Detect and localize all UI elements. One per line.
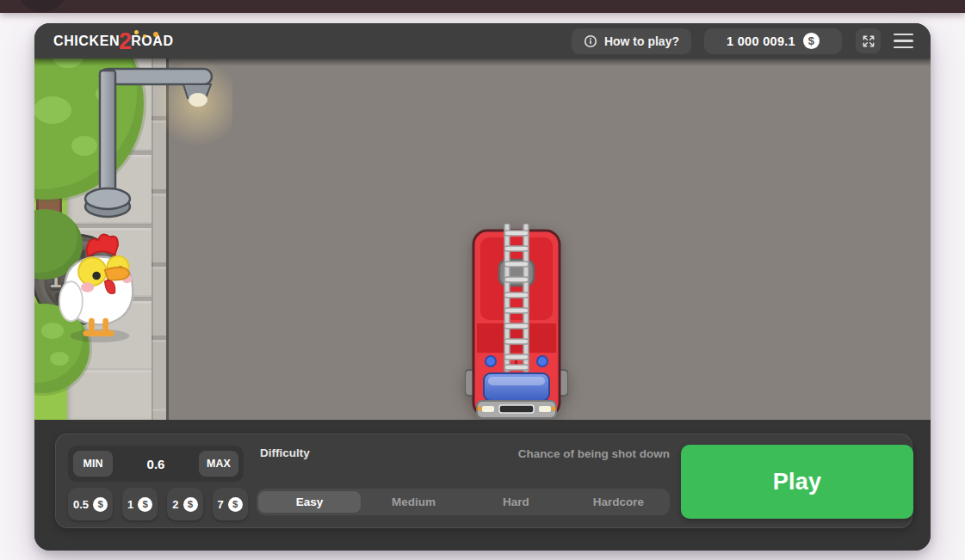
quick-bet-row: 0.5 $ 1 $ 2 $ 7 $ <box>68 488 248 520</box>
chicken-comb <box>87 235 118 257</box>
chicken-eye <box>78 258 107 286</box>
logo-text-road: ROAD <box>131 34 174 49</box>
truck-light <box>486 356 496 366</box>
street-lamp <box>69 58 232 231</box>
browser-chip-decoration <box>17 0 67 12</box>
difficulty-section: Difficulty Chance of being shot down Eas… <box>257 434 670 527</box>
control-panel: MIN 0.6 MAX 0.5 $ 1 $ 2 $ 7 <box>55 434 912 528</box>
quick-bet-button-2[interactable]: 2 $ <box>167 488 202 520</box>
currency-coin-icon: $ <box>93 497 108 512</box>
play-button[interactable]: Play <box>681 445 913 519</box>
logo-text-chicken: CHICKEN <box>53 34 120 49</box>
difficulty-option-medium[interactable]: Medium <box>362 489 465 515</box>
chicken-cheek <box>81 282 94 292</box>
chicken-character <box>53 229 145 344</box>
chicken-road-logo: CHICKEN 2 ROAD <box>53 23 174 58</box>
quick-bet-label: 2 <box>172 498 178 511</box>
game-field: 1.01x 1.03x 1.10x <box>34 58 931 420</box>
bet-amount-box: MIN 0.6 MAX <box>68 446 244 482</box>
balance-value: 1 000 009.1 <box>727 34 795 48</box>
bet-value[interactable]: 0.6 <box>147 457 165 471</box>
currency-coin-icon: $ <box>803 33 820 49</box>
menu-button[interactable] <box>894 34 913 49</box>
info-icon <box>584 34 597 48</box>
how-to-play-button[interactable]: How to play? <box>572 28 691 54</box>
logo-chick-speck-icon <box>143 34 146 38</box>
quick-bet-button-1[interactable]: 1 $ <box>122 488 158 520</box>
logo-chick-speck-icon <box>153 32 158 37</box>
game-window: CHICKEN 2 ROAD How to play? 1 000 009.1 … <box>34 23 931 551</box>
lamp-bulb <box>189 93 207 107</box>
difficulty-label: Difficulty <box>260 446 310 459</box>
fire-truck <box>465 224 568 420</box>
min-bet-button[interactable]: MIN <box>73 451 113 477</box>
quick-bet-label: 1 <box>127 498 133 511</box>
fullscreen-button[interactable] <box>856 28 881 53</box>
chicken-wing <box>59 281 83 321</box>
quick-bet-button-7[interactable]: 7 $ <box>213 488 248 520</box>
how-to-play-label: How to play? <box>604 34 679 48</box>
browser-top-bar <box>0 0 965 13</box>
difficulty-option-hardcore[interactable]: Hardcore <box>567 489 670 515</box>
quick-bet-label: 0.5 <box>73 498 89 511</box>
difficulty-selector: Easy Medium Hard Hardcore <box>257 489 670 515</box>
chicken-beak <box>105 268 130 280</box>
menu-icon <box>894 34 913 36</box>
difficulty-option-easy[interactable]: Easy <box>258 491 361 513</box>
chance-of-shot-down-label: Chance of being shot down <box>518 447 670 460</box>
max-bet-button[interactable]: MAX <box>199 451 238 477</box>
fullscreen-icon <box>862 34 875 48</box>
game-header: CHICKEN 2 ROAD How to play? 1 000 009.1 … <box>34 23 931 58</box>
control-bar: MIN 0.6 MAX 0.5 $ 1 $ 2 $ 7 <box>34 420 931 551</box>
truck-light <box>537 356 547 366</box>
quick-bet-label: 7 <box>218 498 224 511</box>
logo-text-2: 2 <box>119 30 132 53</box>
balance-display: 1 000 009.1 $ <box>704 28 842 54</box>
logo-chick-speck-icon <box>134 30 139 34</box>
currency-coin-icon: $ <box>138 497 152 512</box>
quick-bet-button-0.5[interactable]: 0.5 $ <box>68 488 113 520</box>
currency-coin-icon: $ <box>228 497 243 512</box>
currency-coin-icon: $ <box>183 497 198 512</box>
difficulty-option-hard[interactable]: Hard <box>465 489 567 515</box>
